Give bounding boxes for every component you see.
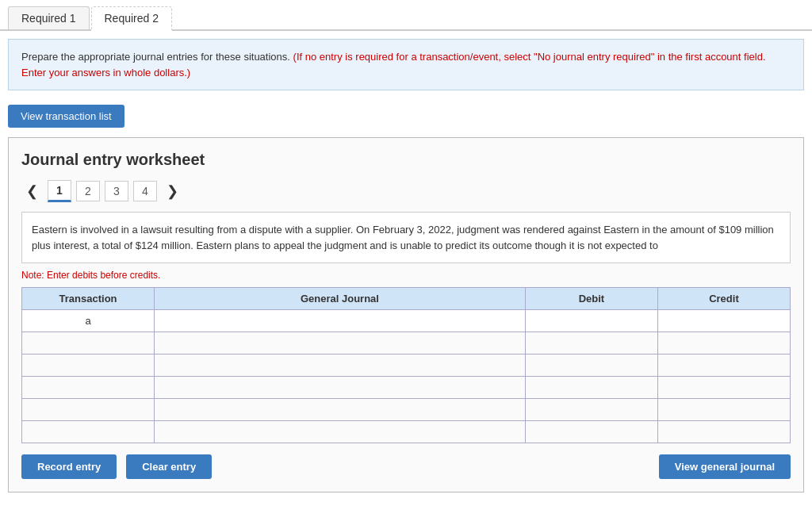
col-credit: Credit <box>657 288 790 310</box>
tab-required1[interactable]: Required 1 <box>8 6 90 29</box>
clear-entry-button[interactable]: Clear entry <box>126 454 212 479</box>
debit-cell-2[interactable] <box>525 332 657 354</box>
debit-cell-5[interactable] <box>525 399 657 421</box>
table-row: a <box>22 310 791 332</box>
record-entry-button[interactable]: Record entry <box>21 454 117 479</box>
worksheet-title: Journal entry worksheet <box>21 151 791 169</box>
col-debit: Debit <box>525 288 657 310</box>
debit-input-5[interactable] <box>526 399 657 420</box>
instructions-main: Prepare the appropriate journal entries … <box>21 51 290 63</box>
col-transaction: Transaction <box>22 288 155 310</box>
general-journal-input-2[interactable] <box>155 332 525 354</box>
general-journal-cell-3[interactable] <box>155 354 526 377</box>
page-2-button[interactable]: 2 <box>76 181 100 201</box>
credit-input-3[interactable] <box>658 354 790 376</box>
table-row <box>22 354 791 377</box>
page-1-button[interactable]: 1 <box>48 180 71 202</box>
debit-input-2[interactable] <box>526 332 657 354</box>
credit-cell-2[interactable] <box>657 332 790 354</box>
view-transaction-button[interactable]: View transaction list <box>8 105 124 128</box>
transaction-cell-1: a <box>22 310 155 332</box>
credit-cell-1[interactable] <box>657 310 790 332</box>
credit-input-4[interactable] <box>658 377 790 398</box>
general-journal-cell-6[interactable] <box>155 421 526 443</box>
general-journal-input-6[interactable] <box>155 421 525 443</box>
tabs-container: Required 1 Required 2 <box>0 0 812 31</box>
journal-table: Transaction General Journal Debit Credit… <box>21 287 791 443</box>
table-row <box>22 332 791 354</box>
instructions-banner: Prepare the appropriate journal entries … <box>8 39 804 90</box>
transaction-cell-6 <box>22 421 155 443</box>
general-journal-input-4[interactable] <box>155 377 525 398</box>
credit-cell-4[interactable] <box>657 377 790 399</box>
debit-input-3[interactable] <box>526 354 657 376</box>
transaction-cell-3 <box>22 354 155 377</box>
debit-input-4[interactable] <box>526 377 657 398</box>
table-row <box>22 377 791 399</box>
table-row <box>22 399 791 421</box>
pagination: ❮ 1 2 3 4 ❯ <box>21 180 791 202</box>
debit-input-6[interactable] <box>526 421 657 443</box>
page-3-button[interactable]: 3 <box>105 181 128 201</box>
credit-cell-3[interactable] <box>657 354 790 377</box>
debit-cell-4[interactable] <box>525 377 657 399</box>
general-journal-input-3[interactable] <box>155 354 525 376</box>
general-journal-input-1[interactable] <box>155 310 525 331</box>
page-4-button[interactable]: 4 <box>133 181 157 201</box>
debit-cell-1[interactable] <box>525 310 657 332</box>
next-page-button[interactable]: ❯ <box>162 181 183 201</box>
note-text: Note: Enter debits before credits. <box>21 270 791 281</box>
worksheet-container: Journal entry worksheet ❮ 1 2 3 4 ❯ East… <box>8 137 804 492</box>
debit-cell-3[interactable] <box>525 354 657 377</box>
view-general-journal-button[interactable]: View general journal <box>659 454 791 479</box>
credit-input-5[interactable] <box>658 399 790 420</box>
scenario-text: Eastern is involved in a lawsuit resulti… <box>21 212 791 263</box>
general-journal-input-5[interactable] <box>155 399 525 420</box>
general-journal-cell-4[interactable] <box>155 377 526 399</box>
prev-page-button[interactable]: ❮ <box>21 181 43 201</box>
action-buttons: Record entry Clear entry View general jo… <box>21 454 791 479</box>
debit-input-1[interactable] <box>526 310 657 331</box>
general-journal-cell-5[interactable] <box>155 399 526 421</box>
credit-cell-5[interactable] <box>657 399 790 421</box>
table-row <box>22 421 791 443</box>
debit-cell-6[interactable] <box>525 421 657 443</box>
general-journal-cell-1[interactable] <box>155 310 526 332</box>
view-transaction-wrap: View transaction list <box>0 98 812 137</box>
credit-input-1[interactable] <box>658 310 790 331</box>
transaction-cell-5 <box>22 399 155 421</box>
credit-input-2[interactable] <box>658 332 790 354</box>
col-general-journal: General Journal <box>155 288 526 310</box>
tab-required2[interactable]: Required 2 <box>91 6 173 31</box>
transaction-cell-4 <box>22 377 155 399</box>
transaction-cell-2 <box>22 332 155 354</box>
general-journal-cell-2[interactable] <box>155 332 526 354</box>
credit-cell-6[interactable] <box>657 421 790 443</box>
credit-input-6[interactable] <box>658 421 790 443</box>
